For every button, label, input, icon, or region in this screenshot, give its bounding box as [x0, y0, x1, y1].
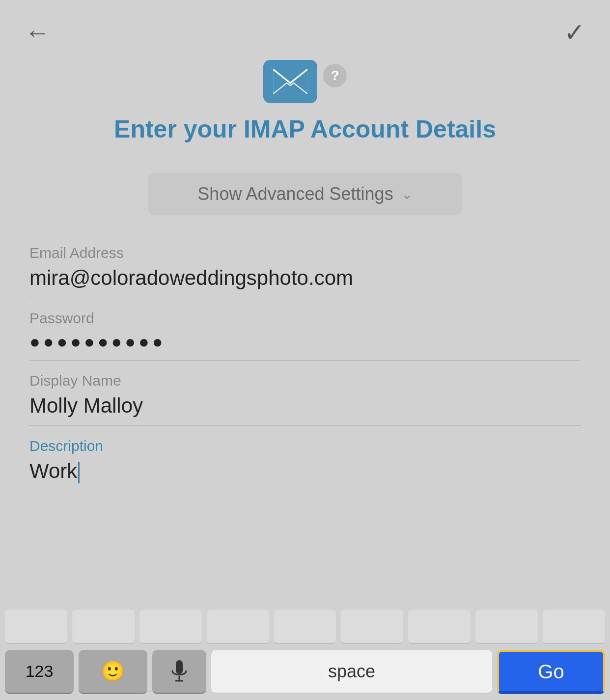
key-partial-4: [207, 610, 269, 644]
key-partial-5: [274, 610, 336, 644]
password-value: ●●●●●●●●●●: [29, 332, 581, 352]
space-key-button[interactable]: space: [211, 650, 492, 694]
top-navigation: ← ✓: [0, 0, 610, 55]
advanced-settings-label: Show Advanced Settings: [197, 184, 393, 204]
description-value: Work: [29, 459, 581, 483]
mail-svg: [273, 69, 307, 94]
confirm-button[interactable]: ✓: [564, 20, 585, 45]
form-container: Email Address mira@coloradoweddingsphoto…: [0, 230, 610, 491]
key-123-button[interactable]: 123: [5, 650, 74, 694]
key-partial-1: [5, 610, 67, 644]
description-label: Description: [29, 438, 581, 454]
email-field[interactable]: Email Address mira@coloradoweddingsphoto…: [29, 235, 581, 298]
help-icon[interactable]: ?: [323, 64, 347, 87]
go-key-button[interactable]: Go: [497, 650, 605, 694]
key-partial-7: [408, 610, 471, 644]
key-partial-6: [341, 610, 403, 644]
password-field[interactable]: Password ●●●●●●●●●●: [29, 300, 581, 361]
page-title: Enter your IMAP Account Details: [84, 115, 526, 143]
display-name-field[interactable]: Display Name Molly Malloy: [29, 363, 581, 426]
display-name-label: Display Name: [29, 372, 581, 389]
keyboard-partial-row: [0, 605, 610, 647]
key-emoji-button[interactable]: 🙂: [79, 650, 147, 694]
key-partial-9: [543, 610, 605, 644]
email-value: mira@coloradoweddingsphoto.com: [29, 266, 581, 290]
chevron-down-icon: ⌄: [401, 186, 413, 202]
icon-wrapper: ?: [263, 60, 347, 103]
key-partial-8: [475, 610, 538, 644]
svg-rect-3: [176, 660, 183, 674]
keyboard-bottom-row: 123 🙂 space Go: [0, 647, 610, 700]
header-area: ? Enter your IMAP Account Details: [0, 55, 610, 158]
description-field[interactable]: Description Work: [29, 428, 581, 491]
mic-icon: [170, 659, 188, 684]
password-label: Password: [29, 310, 581, 327]
key-mic-button[interactable]: [152, 650, 206, 694]
display-name-value: Molly Malloy: [29, 394, 581, 418]
mail-icon: [263, 60, 317, 103]
key-partial-2: [72, 610, 135, 644]
keyboard: 123 🙂 space Go: [0, 605, 610, 700]
key-partial-3: [139, 610, 202, 644]
advanced-settings-button[interactable]: Show Advanced Settings ⌄: [148, 173, 462, 215]
back-button[interactable]: ←: [25, 20, 50, 45]
email-label: Email Address: [29, 245, 581, 261]
